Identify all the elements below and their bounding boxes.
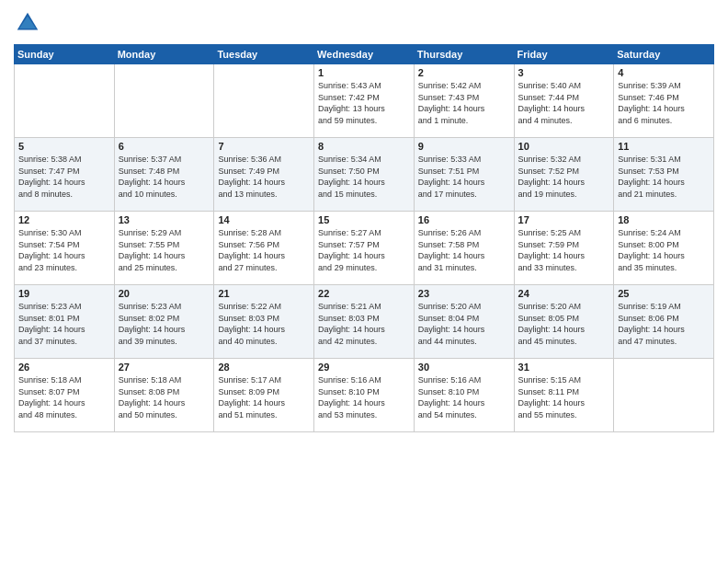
day-cell: 18Sunrise: 5:24 AM Sunset: 8:00 PM Dayli… xyxy=(614,212,714,285)
day-cell: 27Sunrise: 5:18 AM Sunset: 8:08 PM Dayli… xyxy=(114,359,214,432)
day-number: 29 xyxy=(318,362,410,373)
day-info: Sunrise: 5:38 AM Sunset: 7:47 PM Dayligh… xyxy=(18,154,110,200)
day-number: 7 xyxy=(218,141,310,152)
day-cell: 15Sunrise: 5:27 AM Sunset: 7:57 PM Dayli… xyxy=(314,212,415,285)
day-info: Sunrise: 5:15 AM Sunset: 8:11 PM Dayligh… xyxy=(518,374,610,420)
day-info: Sunrise: 5:33 AM Sunset: 7:51 PM Dayligh… xyxy=(418,154,510,200)
header-cell-thursday: Thursday xyxy=(414,45,514,64)
day-number: 5 xyxy=(18,141,110,152)
day-cell: 29Sunrise: 5:16 AM Sunset: 8:10 PM Dayli… xyxy=(314,359,415,432)
day-cell: 28Sunrise: 5:17 AM Sunset: 8:09 PM Dayli… xyxy=(214,359,314,432)
day-cell: 17Sunrise: 5:25 AM Sunset: 7:59 PM Dayli… xyxy=(514,212,614,285)
day-number: 14 xyxy=(218,214,310,225)
day-cell: 2Sunrise: 5:42 AM Sunset: 7:43 PM Daylig… xyxy=(414,64,514,138)
header-cell-tuesday: Tuesday xyxy=(214,45,314,64)
logo-icon xyxy=(14,9,41,37)
day-cell: 14Sunrise: 5:28 AM Sunset: 7:56 PM Dayli… xyxy=(214,212,314,285)
day-number: 17 xyxy=(518,214,610,225)
day-cell: 30Sunrise: 5:16 AM Sunset: 8:10 PM Dayli… xyxy=(414,359,514,432)
day-info: Sunrise: 5:31 AM Sunset: 7:53 PM Dayligh… xyxy=(618,154,710,200)
day-cell: 26Sunrise: 5:18 AM Sunset: 8:07 PM Dayli… xyxy=(15,359,115,432)
day-number: 23 xyxy=(418,288,510,299)
day-number: 11 xyxy=(618,141,710,152)
day-cell: 5Sunrise: 5:38 AM Sunset: 7:47 PM Daylig… xyxy=(15,138,115,212)
day-info: Sunrise: 5:29 AM Sunset: 7:55 PM Dayligh… xyxy=(119,227,210,273)
day-cell: 7Sunrise: 5:36 AM Sunset: 7:49 PM Daylig… xyxy=(214,138,314,212)
day-number: 6 xyxy=(119,141,210,152)
day-cell: 31Sunrise: 5:15 AM Sunset: 8:11 PM Dayli… xyxy=(514,359,614,432)
day-info: Sunrise: 5:23 AM Sunset: 8:02 PM Dayligh… xyxy=(119,301,210,347)
day-number: 2 xyxy=(418,67,510,78)
day-cell: 13Sunrise: 5:29 AM Sunset: 7:55 PM Dayli… xyxy=(114,212,214,285)
day-number: 26 xyxy=(18,362,110,373)
day-number: 30 xyxy=(418,362,510,373)
day-cell xyxy=(614,359,714,432)
week-row-2: 5Sunrise: 5:38 AM Sunset: 7:47 PM Daylig… xyxy=(15,138,714,212)
week-row-1: 1Sunrise: 5:43 AM Sunset: 7:42 PM Daylig… xyxy=(15,64,714,138)
day-number: 19 xyxy=(18,288,110,299)
day-info: Sunrise: 5:23 AM Sunset: 8:01 PM Dayligh… xyxy=(18,301,110,347)
day-info: Sunrise: 5:22 AM Sunset: 8:03 PM Dayligh… xyxy=(218,301,310,347)
day-cell: 20Sunrise: 5:23 AM Sunset: 8:02 PM Dayli… xyxy=(114,285,214,359)
header xyxy=(14,9,714,37)
day-info: Sunrise: 5:30 AM Sunset: 7:54 PM Dayligh… xyxy=(18,227,110,273)
day-info: Sunrise: 5:26 AM Sunset: 7:58 PM Dayligh… xyxy=(418,227,510,273)
page: SundayMondayTuesdayWednesdayThursdayFrid… xyxy=(0,0,728,563)
day-cell: 11Sunrise: 5:31 AM Sunset: 7:53 PM Dayli… xyxy=(614,138,714,212)
day-info: Sunrise: 5:28 AM Sunset: 7:56 PM Dayligh… xyxy=(218,227,310,273)
day-info: Sunrise: 5:17 AM Sunset: 8:09 PM Dayligh… xyxy=(218,374,310,420)
day-cell: 9Sunrise: 5:33 AM Sunset: 7:51 PM Daylig… xyxy=(414,138,514,212)
day-number: 21 xyxy=(218,288,310,299)
day-info: Sunrise: 5:36 AM Sunset: 7:49 PM Dayligh… xyxy=(218,154,310,200)
day-info: Sunrise: 5:43 AM Sunset: 7:42 PM Dayligh… xyxy=(318,80,410,126)
day-number: 3 xyxy=(518,67,610,78)
day-cell: 22Sunrise: 5:21 AM Sunset: 8:03 PM Dayli… xyxy=(314,285,415,359)
day-info: Sunrise: 5:34 AM Sunset: 7:50 PM Dayligh… xyxy=(318,154,410,200)
header-cell-wednesday: Wednesday xyxy=(314,45,415,64)
header-cell-saturday: Saturday xyxy=(614,45,714,64)
day-info: Sunrise: 5:18 AM Sunset: 8:08 PM Dayligh… xyxy=(119,374,210,420)
day-cell: 6Sunrise: 5:37 AM Sunset: 7:48 PM Daylig… xyxy=(114,138,214,212)
day-info: Sunrise: 5:37 AM Sunset: 7:48 PM Dayligh… xyxy=(119,154,210,200)
header-cell-sunday: Sunday xyxy=(15,45,115,64)
day-number: 20 xyxy=(119,288,210,299)
day-info: Sunrise: 5:42 AM Sunset: 7:43 PM Dayligh… xyxy=(418,80,510,126)
day-number: 16 xyxy=(418,214,510,225)
logo xyxy=(14,9,45,37)
day-info: Sunrise: 5:40 AM Sunset: 7:44 PM Dayligh… xyxy=(518,80,610,126)
day-cell xyxy=(214,64,314,138)
day-number: 9 xyxy=(418,141,510,152)
day-number: 27 xyxy=(119,362,210,373)
day-cell: 12Sunrise: 5:30 AM Sunset: 7:54 PM Dayli… xyxy=(15,212,115,285)
day-info: Sunrise: 5:20 AM Sunset: 8:04 PM Dayligh… xyxy=(418,301,510,347)
day-number: 28 xyxy=(218,362,310,373)
week-row-5: 26Sunrise: 5:18 AM Sunset: 8:07 PM Dayli… xyxy=(15,359,714,432)
week-row-3: 12Sunrise: 5:30 AM Sunset: 7:54 PM Dayli… xyxy=(15,212,714,285)
day-number: 25 xyxy=(618,288,710,299)
calendar-table: SundayMondayTuesdayWednesdayThursdayFrid… xyxy=(14,44,714,432)
day-number: 31 xyxy=(518,362,610,373)
header-cell-monday: Monday xyxy=(114,45,214,64)
day-cell: 21Sunrise: 5:22 AM Sunset: 8:03 PM Dayli… xyxy=(214,285,314,359)
day-cell: 3Sunrise: 5:40 AM Sunset: 7:44 PM Daylig… xyxy=(514,64,614,138)
day-cell: 8Sunrise: 5:34 AM Sunset: 7:50 PM Daylig… xyxy=(314,138,415,212)
day-cell: 1Sunrise: 5:43 AM Sunset: 7:42 PM Daylig… xyxy=(314,64,415,138)
day-cell xyxy=(114,64,214,138)
day-info: Sunrise: 5:24 AM Sunset: 8:00 PM Dayligh… xyxy=(618,227,710,273)
header-cell-friday: Friday xyxy=(514,45,614,64)
day-cell: 16Sunrise: 5:26 AM Sunset: 7:58 PM Dayli… xyxy=(414,212,514,285)
day-cell: 23Sunrise: 5:20 AM Sunset: 8:04 PM Dayli… xyxy=(414,285,514,359)
day-cell: 25Sunrise: 5:19 AM Sunset: 8:06 PM Dayli… xyxy=(614,285,714,359)
day-cell: 24Sunrise: 5:20 AM Sunset: 8:05 PM Dayli… xyxy=(514,285,614,359)
day-info: Sunrise: 5:19 AM Sunset: 8:06 PM Dayligh… xyxy=(618,301,710,347)
day-info: Sunrise: 5:20 AM Sunset: 8:05 PM Dayligh… xyxy=(518,301,610,347)
day-info: Sunrise: 5:18 AM Sunset: 8:07 PM Dayligh… xyxy=(18,374,110,420)
day-number: 18 xyxy=(618,214,710,225)
day-number: 8 xyxy=(318,141,410,152)
day-info: Sunrise: 5:16 AM Sunset: 8:10 PM Dayligh… xyxy=(318,374,410,420)
week-row-4: 19Sunrise: 5:23 AM Sunset: 8:01 PM Dayli… xyxy=(15,285,714,359)
day-cell xyxy=(15,64,115,138)
day-number: 22 xyxy=(318,288,410,299)
day-cell: 10Sunrise: 5:32 AM Sunset: 7:52 PM Dayli… xyxy=(514,138,614,212)
day-number: 15 xyxy=(318,214,410,225)
